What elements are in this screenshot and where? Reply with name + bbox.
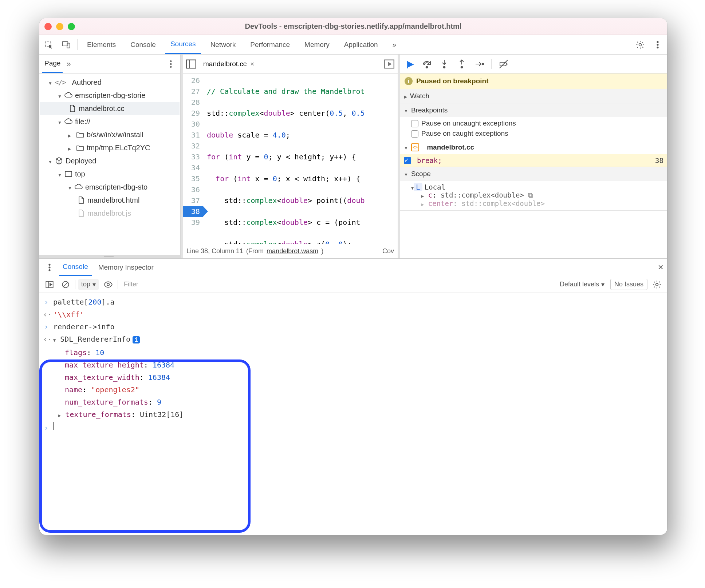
info-icon[interactable]: i [133, 336, 140, 343]
tree-origin[interactable]: emscripten-dbg-storie [40, 89, 180, 102]
device-toggle-icon[interactable] [60, 38, 73, 51]
svg-point-7 [170, 60, 171, 61]
tab-network[interactable]: Network [205, 35, 241, 54]
tree-file-mandelbrot-cc[interactable]: mandelbrot.cc [40, 102, 180, 115]
cloud-icon [64, 117, 73, 126]
tab-sources[interactable]: Sources [165, 35, 201, 54]
tab-application[interactable]: Application [339, 35, 383, 54]
info-icon: i [405, 77, 413, 85]
tab-elements[interactable]: Elements [82, 35, 121, 54]
scope-local[interactable]: LLocal [411, 183, 663, 191]
clear-console-icon[interactable] [59, 278, 72, 291]
frame-icon [64, 170, 73, 178]
console-log[interactable]: ›palette[200].a ‹·'\\xff' ›renderer->inf… [39, 293, 667, 535]
close-window-icon[interactable] [44, 23, 52, 30]
console-filter[interactable]: Filter [121, 279, 554, 290]
tree-origin[interactable]: emscripten-dbg-sto [40, 180, 180, 194]
toggle-sidebar-icon[interactable] [43, 278, 56, 291]
tab-console[interactable]: Console [125, 35, 161, 54]
svg-point-15 [426, 66, 428, 68]
tree-scheme-file[interactable]: file:// [40, 115, 180, 128]
svg-point-21 [49, 267, 50, 268]
tree-folder[interactable]: b/s/w/ir/x/w/install [40, 128, 180, 141]
svg-point-18 [482, 63, 484, 65]
gear-icon[interactable] [650, 278, 663, 291]
code-editor[interactable]: 2627282930313233343536373839 // Calculat… [183, 74, 398, 244]
coverage-toggle[interactable]: Cov [382, 247, 394, 255]
console-prompt[interactable]: › [43, 422, 663, 434]
minimize-window-icon[interactable] [56, 23, 63, 30]
live-expression-icon[interactable] [102, 278, 115, 291]
toggle-navigator-icon[interactable] [185, 58, 197, 70]
tree-group-authored[interactable]: </> Authored [40, 76, 180, 89]
file-icon [76, 196, 85, 204]
kebab-icon[interactable] [43, 261, 56, 274]
svg-marker-14 [388, 62, 391, 65]
resume-icon[interactable]: |▶ [404, 59, 415, 69]
scope-var-center[interactable]: center: std::complex<double> [411, 199, 663, 207]
kebab-icon[interactable] [651, 38, 664, 51]
step-out-icon[interactable] [456, 59, 467, 69]
tree-file-html[interactable]: mandelbrot.html [40, 194, 180, 207]
deactivate-breakpoints-icon[interactable] [498, 59, 509, 69]
svg-point-29 [656, 283, 658, 286]
run-snippet-icon[interactable] [383, 58, 395, 70]
svg-point-6 [657, 47, 658, 48]
navigator-tree: </> Authored emscripten-dbg-storie mande… [39, 74, 180, 222]
scope-var-c[interactable]: c: std::complex<double> ⧉ [411, 191, 663, 199]
gear-icon[interactable] [634, 38, 647, 51]
tab-performance[interactable]: Performance [245, 35, 295, 54]
step-icon[interactable] [474, 59, 485, 69]
close-icon[interactable]: × [250, 60, 254, 68]
svg-point-5 [657, 44, 658, 45]
tree-folder[interactable]: tmp/tmp.ELcTq2YC [40, 141, 180, 154]
svg-rect-10 [65, 171, 72, 176]
file-source-icon [68, 104, 76, 113]
navigator-overflow[interactable]: » [66, 59, 71, 69]
close-drawer-icon[interactable]: × [658, 262, 663, 273]
file-source-icon: <> [411, 143, 419, 151]
paused-banner: i Paused on breakpoint [400, 74, 667, 89]
breakpoint-item[interactable]: break; 38 [400, 154, 667, 167]
inspect-icon[interactable] [42, 38, 55, 51]
navigator-more-icon[interactable] [164, 57, 177, 71]
drawer-tab-memory[interactable]: Memory Inspector [95, 259, 157, 276]
svg-point-8 [170, 63, 171, 64]
tabs-overflow[interactable]: » [387, 35, 402, 54]
svg-point-20 [49, 264, 50, 265]
svg-point-17 [461, 66, 463, 68]
tab-memory[interactable]: Memory [299, 35, 335, 54]
titlebar: DevTools - emscripten-dbg-stories.netlif… [39, 18, 667, 35]
svg-line-19 [500, 60, 508, 68]
tree-file-js[interactable]: mandelbrot.js [40, 207, 180, 220]
resize-handle[interactable] [39, 255, 180, 258]
context-selector[interactable]: top▾ [78, 279, 99, 290]
log-levels[interactable]: Default levels▾ [557, 279, 607, 290]
breakpoints-section[interactable]: Breakpoints [400, 103, 667, 117]
watch-section[interactable]: Watch [400, 89, 667, 103]
pause-caught-toggle[interactable]: Pause on caught exceptions [411, 130, 663, 138]
breakpoint-checkbox[interactable] [404, 157, 411, 164]
navigator-toolbar: Page » [39, 55, 180, 74]
folder-icon [76, 143, 84, 152]
svg-point-22 [49, 269, 50, 270]
drawer-tab-console[interactable]: Console [59, 259, 92, 276]
code-body[interactable]: // Calculate and draw the Mandelbrot std… [203, 74, 398, 244]
tree-group-deployed[interactable]: Deployed [40, 154, 180, 167]
issues-button[interactable]: No Issues [610, 279, 647, 290]
editor-toolbar: mandelbrot.cc× [183, 55, 398, 74]
zoom-window-icon[interactable] [68, 23, 75, 30]
svg-point-4 [657, 41, 658, 42]
cube-icon [55, 156, 63, 165]
step-into-icon[interactable] [439, 59, 450, 69]
scope-section[interactable]: Scope [400, 167, 667, 181]
console-toolbar: top▾ Filter Default levels▾ No Issues [39, 276, 667, 293]
editor-tab[interactable]: mandelbrot.cc× [200, 55, 258, 73]
source-map-link[interactable]: mandelbrot.wasm [267, 247, 318, 255]
breakpoint-file[interactable]: <> mandelbrot.cc [400, 140, 667, 154]
navigator-page-tab[interactable]: Page [42, 55, 63, 73]
tree-frame-top[interactable]: top [40, 167, 180, 180]
step-over-icon[interactable] [421, 59, 432, 69]
pause-uncaught-toggle[interactable]: Pause on uncaught exceptions [411, 119, 663, 127]
gutter[interactable]: 2627282930313233343536373839 [183, 74, 203, 244]
